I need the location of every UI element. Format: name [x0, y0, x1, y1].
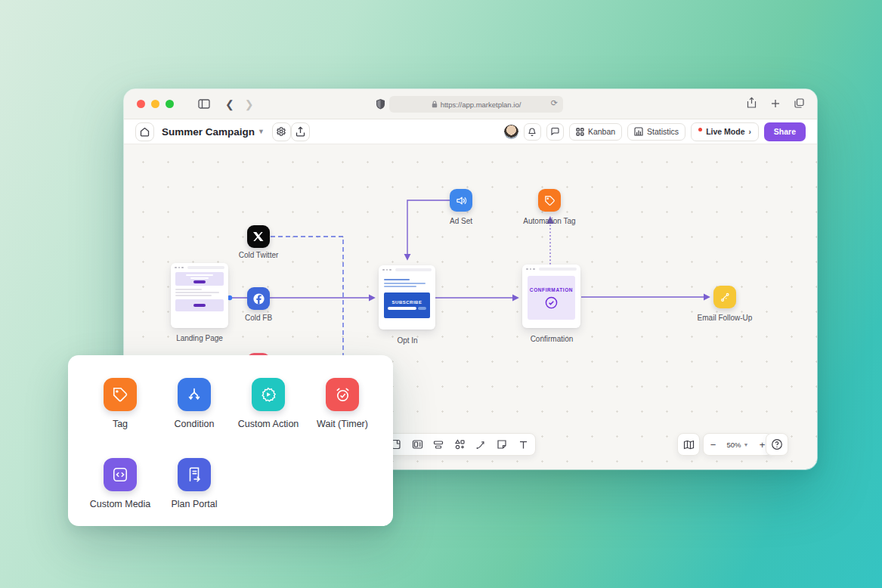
branch-icon [720, 292, 731, 303]
card-window-dots [379, 265, 435, 273]
plan-portal-icon [178, 458, 211, 491]
zoom-value: 50% [727, 441, 741, 449]
card-window-dots [522, 265, 580, 272]
live-mode-button[interactable]: Live Mode › [691, 122, 759, 141]
palette-item-custom-action[interactable]: Custom Action [231, 378, 305, 429]
x-twitter-icon [252, 231, 265, 243]
kanban-icon [576, 128, 584, 136]
condition-icon [178, 378, 211, 411]
palette-item-custom-media[interactable]: Custom Media [83, 458, 157, 509]
node-cold-fb[interactable] [247, 287, 270, 310]
node-cold-twitter[interactable] [247, 225, 270, 248]
desktop: { "browser": { "url": "https://app.marke… [0, 0, 882, 588]
node-label: Ad Set [427, 217, 495, 225]
palette-item-plan-portal[interactable]: Plan Portal [157, 458, 231, 509]
palette-item-condition[interactable]: Condition [157, 378, 231, 429]
export-button[interactable] [291, 122, 310, 141]
close-window-button[interactable] [137, 100, 145, 108]
chevron-down-icon: ▼ [744, 442, 749, 447]
custom-media-icon [104, 458, 137, 491]
node-ad-set[interactable] [450, 189, 472, 212]
palette-item-label: Wait (Timer) [317, 419, 368, 429]
page-title: Summer Campaign [162, 126, 255, 138]
tag-icon [104, 378, 137, 411]
node-label: Cold Twitter [224, 251, 292, 259]
card-window-dots [171, 263, 228, 271]
settings-button[interactable] [272, 122, 291, 141]
edge-adset-to-optin[interactable] [407, 200, 450, 259]
kanban-label: Kanban [588, 127, 615, 136]
statistics-button[interactable]: Statistics [627, 123, 685, 141]
wait-timer-icon [326, 378, 359, 411]
app-toolbar: Summer Campaign ▼ Kanban Statistics [124, 119, 817, 144]
layout-icon[interactable] [407, 435, 427, 454]
node-label: Cold FB [224, 314, 292, 322]
new-tab-icon[interactable] [771, 97, 780, 111]
zoom-out-button[interactable]: − [704, 434, 723, 455]
browser-chrome: ❮ ❯ https://app.marketplan.io/ ⟳ [124, 89, 817, 119]
share-button[interactable]: Share [764, 122, 806, 141]
palette-item-label: Condition [175, 419, 215, 429]
node-label: Opt In [373, 336, 441, 345]
subscribe-block: SUBSCRIBE [384, 292, 430, 318]
node-confirmation[interactable]: CONFIRMATION [522, 265, 580, 328]
help-button[interactable] [766, 433, 788, 456]
palette-item-label: Custom Action [238, 419, 299, 429]
comments-button[interactable] [546, 123, 564, 141]
back-icon[interactable]: ❮ [225, 98, 234, 110]
canvas-toolbar [383, 433, 536, 456]
home-button[interactable] [135, 122, 154, 141]
palette-item-wait-timer[interactable]: Wait (Timer) [305, 378, 379, 429]
node-label: Landing Page [166, 334, 234, 342]
tabs-overview-icon[interactable] [794, 97, 804, 111]
node-automation-tag[interactable] [538, 189, 561, 212]
title-chevron-down-icon[interactable]: ▼ [258, 128, 265, 135]
subscribe-label: SUBSCRIBE [392, 300, 422, 305]
user-avatar[interactable] [504, 125, 518, 139]
shield-icon[interactable] [376, 98, 385, 113]
megaphone-icon [456, 195, 467, 206]
minimap-button[interactable] [677, 433, 700, 456]
palette-item-label: Plan Portal [171, 499, 217, 509]
statistics-label: Statistics [647, 127, 679, 136]
node-opt-in[interactable]: SUBSCRIBE [379, 265, 435, 330]
confirmation-text: CONFIRMATION [530, 287, 573, 292]
fullscreen-window-button[interactable] [166, 100, 174, 108]
chevron-right-icon: › [748, 128, 750, 136]
zoom-level[interactable]: 50% ▼ [723, 441, 753, 449]
help-icon [771, 438, 783, 450]
node-palette: Tag Condition Custom Action Wait (Timer) [68, 355, 393, 526]
sticky-note-icon[interactable] [492, 435, 512, 454]
palette-item-label: Tag [113, 419, 128, 429]
kanban-button[interactable]: Kanban [569, 123, 622, 141]
zoom-controls: − 50% ▼ + [703, 433, 772, 456]
statistics-icon [634, 127, 643, 136]
node-label: Automation Tag [515, 217, 583, 225]
forward-icon[interactable]: ❯ [245, 98, 254, 110]
lock-icon [432, 101, 438, 108]
sidebar-toggle-icon[interactable] [198, 99, 210, 109]
live-dot [698, 128, 702, 132]
tag-icon [544, 195, 556, 206]
facebook-icon [252, 292, 265, 305]
live-mode-label: Live Mode [706, 127, 744, 136]
rows-icon[interactable] [429, 435, 448, 454]
custom-action-icon [252, 378, 285, 411]
chat-icon [550, 127, 560, 136]
node-label: Confirmation [518, 335, 586, 343]
minimap-icon [683, 440, 695, 450]
text-icon[interactable] [513, 435, 533, 454]
minimize-window-button[interactable] [151, 100, 159, 108]
reload-icon[interactable]: ⟳ [551, 98, 558, 108]
share-page-icon[interactable] [747, 97, 757, 111]
shapes-add-icon[interactable] [450, 435, 469, 454]
palette-item-tag[interactable]: Tag [83, 378, 157, 429]
connector-icon[interactable] [471, 435, 491, 454]
node-email-follow-up[interactable] [713, 286, 736, 308]
node-label: Email Follow-Up [691, 314, 759, 322]
node-landing-page[interactable] [171, 263, 228, 328]
address-bar[interactable]: https://app.marketplan.io/ ⟳ [389, 96, 563, 113]
url-text: https://app.marketplan.io/ [441, 101, 521, 109]
notifications-button[interactable] [524, 123, 541, 141]
bell-icon [528, 127, 537, 137]
